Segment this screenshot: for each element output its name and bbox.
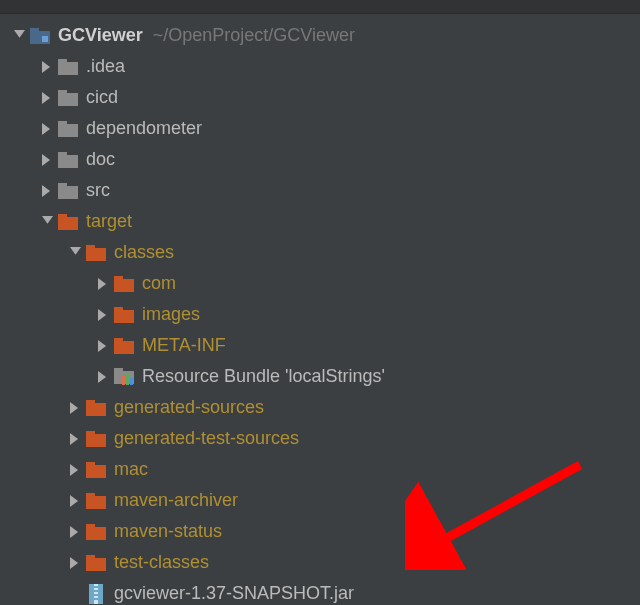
expand-toggle[interactable] <box>66 433 84 445</box>
tree-node-cicd[interactable]: cicd <box>0 82 640 113</box>
module-icon <box>28 26 52 46</box>
tree-node-classes[interactable]: classes <box>0 237 640 268</box>
svg-rect-12 <box>58 121 67 125</box>
svg-rect-5 <box>58 62 78 75</box>
svg-marker-52 <box>70 526 78 538</box>
expand-toggle[interactable] <box>38 216 56 227</box>
svg-rect-33 <box>114 338 123 342</box>
node-label: generated-sources <box>114 397 264 418</box>
svg-rect-54 <box>86 524 95 528</box>
expand-toggle[interactable] <box>38 61 56 73</box>
expand-toggle[interactable] <box>94 309 112 321</box>
svg-rect-62 <box>94 594 98 596</box>
excluded-folder-icon <box>84 553 108 573</box>
excluded-folder-icon <box>84 491 108 511</box>
expand-toggle[interactable] <box>38 154 56 166</box>
expand-toggle[interactable] <box>66 247 84 258</box>
svg-marker-49 <box>70 495 78 507</box>
tree-node-generated-sources[interactable]: generated-sources <box>0 392 640 423</box>
svg-rect-44 <box>86 434 106 447</box>
expand-toggle[interactable] <box>38 185 56 197</box>
svg-rect-20 <box>58 217 78 230</box>
svg-rect-24 <box>86 245 95 249</box>
node-label: maven-archiver <box>114 490 238 511</box>
svg-rect-51 <box>86 493 95 497</box>
expand-toggle[interactable] <box>66 464 84 476</box>
excluded-folder-icon <box>112 336 136 356</box>
tree-node-test-classes[interactable]: test-classes <box>0 547 640 578</box>
tree-node-idea[interactable]: .idea <box>0 51 640 82</box>
tree-node-doc[interactable]: doc <box>0 144 640 175</box>
svg-rect-48 <box>86 462 95 466</box>
tree-node-com[interactable]: com <box>0 268 640 299</box>
svg-marker-28 <box>98 309 106 321</box>
svg-marker-43 <box>70 433 78 445</box>
tree-node-src[interactable]: src <box>0 175 640 206</box>
tree-node-maven-archiver[interactable]: maven-archiver <box>0 485 640 516</box>
node-label: doc <box>86 149 115 170</box>
expand-toggle[interactable] <box>38 92 56 104</box>
expand-toggle[interactable] <box>66 402 84 414</box>
svg-marker-55 <box>70 557 78 569</box>
project-tree: GCViewer ~/OpenProject/GCViewer .idea ci… <box>0 14 640 605</box>
root-path: ~/OpenProject/GCViewer <box>153 25 355 46</box>
svg-rect-42 <box>86 400 95 404</box>
svg-marker-7 <box>42 92 50 104</box>
tree-node-resource-bundle[interactable]: Resource Bundle 'localStrings' <box>0 361 640 392</box>
excluded-folder-icon <box>84 429 108 449</box>
svg-rect-57 <box>86 555 95 559</box>
node-label: maven-status <box>114 521 222 542</box>
svg-rect-38 <box>126 374 129 385</box>
node-label: target <box>86 211 132 232</box>
node-label: mac <box>114 459 148 480</box>
expand-toggle[interactable] <box>66 526 84 538</box>
folder-icon <box>56 119 80 139</box>
node-label: test-classes <box>114 552 209 573</box>
expand-toggle[interactable] <box>94 278 112 290</box>
tree-node-root[interactable]: GCViewer ~/OpenProject/GCViewer <box>0 20 640 51</box>
root-name: GCViewer <box>58 25 143 46</box>
expand-toggle[interactable] <box>94 371 112 383</box>
tree-node-mac[interactable]: mac <box>0 454 640 485</box>
svg-rect-45 <box>86 431 95 435</box>
node-label: dependometer <box>86 118 202 139</box>
svg-rect-3 <box>42 36 48 42</box>
tree-node-jar[interactable]: ▶ gcviewer-1.37-SNAPSHOT.jar <box>0 578 640 605</box>
svg-rect-9 <box>58 90 67 94</box>
svg-rect-6 <box>58 59 67 63</box>
svg-marker-19 <box>42 216 53 224</box>
expand-toggle[interactable] <box>66 557 84 569</box>
svg-marker-40 <box>70 402 78 414</box>
svg-rect-21 <box>58 214 67 218</box>
node-label: generated-test-sources <box>114 428 299 449</box>
tree-node-images[interactable]: images <box>0 299 640 330</box>
tree-node-target[interactable]: target <box>0 206 640 237</box>
folder-icon <box>56 181 80 201</box>
svg-rect-26 <box>114 279 134 292</box>
expand-toggle[interactable] <box>94 340 112 352</box>
svg-marker-13 <box>42 154 50 166</box>
expand-toggle[interactable] <box>10 30 28 41</box>
svg-marker-16 <box>42 185 50 197</box>
svg-rect-56 <box>86 558 106 571</box>
tree-node-generated-test-sources[interactable]: generated-test-sources <box>0 423 640 454</box>
tree-node-meta-inf[interactable]: META-INF <box>0 330 640 361</box>
svg-marker-34 <box>98 371 106 383</box>
expand-toggle[interactable] <box>66 495 84 507</box>
tree-node-dependometer[interactable]: dependometer <box>0 113 640 144</box>
svg-rect-47 <box>86 465 106 478</box>
svg-rect-30 <box>114 307 123 311</box>
node-label: gcviewer-1.37-SNAPSHOT.jar <box>114 583 354 604</box>
svg-rect-41 <box>86 403 106 416</box>
svg-rect-23 <box>86 248 106 261</box>
svg-marker-10 <box>42 123 50 135</box>
node-label: .idea <box>86 56 125 77</box>
tree-node-maven-status[interactable]: maven-status <box>0 516 640 547</box>
svg-marker-31 <box>98 340 106 352</box>
svg-rect-50 <box>86 496 106 509</box>
svg-rect-63 <box>94 598 98 600</box>
expand-toggle[interactable] <box>38 123 56 135</box>
svg-rect-18 <box>58 183 67 187</box>
svg-rect-53 <box>86 527 106 540</box>
project-panel-header[interactable] <box>0 0 640 14</box>
